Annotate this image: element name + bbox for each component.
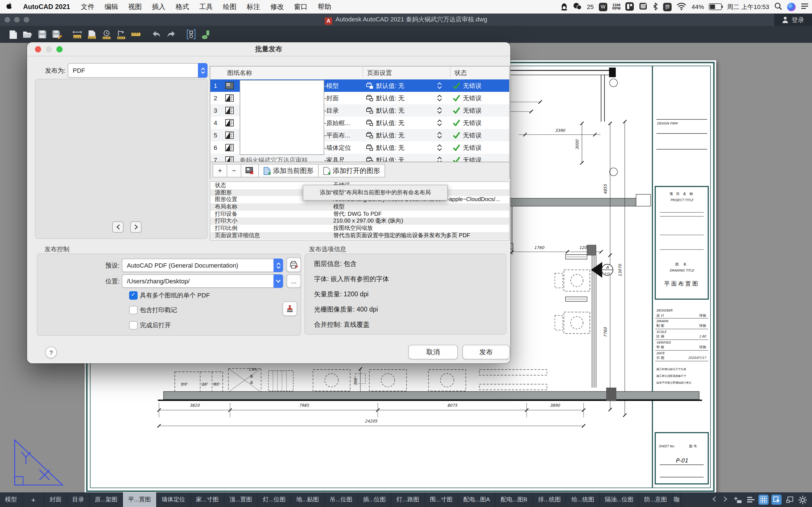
remove-sheet-button[interactable]: − [227,164,241,177]
stepper-icon[interactable] [437,82,442,89]
preset-select[interactable]: AutoCAD PDF (General Documentation) [122,259,283,272]
tab-model[interactable]: 模型 [0,492,22,507]
layout-list-icon[interactable] [746,495,756,505]
location-select[interactable]: /Users/zhang/Desktop/ [122,274,283,288]
wps-icon[interactable]: W [599,3,607,11]
wifi-icon[interactable] [677,3,687,11]
layout-tab-active[interactable]: 平...置图 [123,492,157,507]
menu-clock[interactable]: 周二 上午10:53 [727,3,769,11]
window-split-icon[interactable] [626,2,634,11]
input-method-icon[interactable]: 拼 [663,3,672,11]
sidecar-icon[interactable] [639,2,648,11]
wechat-icon[interactable] [573,2,581,11]
siri-icon[interactable] [787,3,796,11]
selection-cycling-button[interactable] [184,27,199,41]
page-setup-value[interactable]: 默认值: 无 [376,129,404,142]
stepper-icon[interactable] [437,144,442,151]
add-open-drawings-button[interactable]: 添加打开的图形 [319,164,385,177]
grid-display-icon[interactable] [758,495,769,505]
page-setup-value[interactable]: 默认值: 无 [376,104,404,117]
layout-tab[interactable]: 配电...图A [458,492,496,507]
page-setup-value[interactable]: 默认值: 无 [376,154,404,162]
menu-format[interactable]: 格式 [170,2,194,11]
layout-tab[interactable]: 原...架图 [90,492,123,507]
battery-icon[interactable] [709,3,722,10]
preview-prev-button[interactable] [112,221,123,233]
layout-tab[interactable]: 封面 [45,492,67,507]
qq-icon[interactable] [560,2,567,11]
menu-edit[interactable]: 编辑 [100,2,123,11]
gear-icon[interactable] [797,495,808,505]
ruler-button[interactable] [129,27,143,41]
layout-tab[interactable]: 顶...置图 [224,492,258,507]
menu-tools[interactable]: 工具 [194,2,218,11]
multi-pdf-label[interactable]: 具有多个图纸的单个 PDF [140,291,210,300]
new-file-button[interactable] [6,27,20,41]
open-when-done-label[interactable]: 完成后打开 [140,321,171,330]
stepper-icon[interactable] [437,157,442,162]
page-setup-value[interactable]: 默认值: 无 [376,117,404,129]
add-sheet-button[interactable]: + [213,164,227,177]
notification-center-icon[interactable] [801,3,809,11]
plot-stamp-checkbox[interactable] [129,306,138,314]
page-setup-value[interactable]: 默认值: 无 [376,79,404,92]
stepper-icon[interactable] [437,132,442,138]
remove-all-sheets-button[interactable] [241,164,259,177]
selection-cursor-icon[interactable] [771,495,781,505]
save-as-button[interactable] [50,27,64,41]
layout-tab[interactable]: 防...意图 [639,492,673,507]
plot-stamp-label[interactable]: 包含打印戳记 [140,306,177,314]
dim-time-button[interactable] [99,27,114,41]
col-page-setup[interactable]: 页面设置 [367,66,392,79]
menu-app-name[interactable]: AutoCAD 2021 [17,3,76,11]
fan-rpm-indicator[interactable]: 1168RPM [612,3,620,10]
save-button[interactable] [35,27,50,41]
dim-linear-button[interactable] [70,27,85,41]
page-setup-value[interactable]: 默认值: 无 [376,92,404,104]
layout-tab[interactable]: 灯...路图 [391,492,425,507]
layout-tab[interactable]: 家...寸图 [191,492,224,507]
sheet-row[interactable]: 7 秦妈火锅武穴万达店审核 -家具尺 默认值: 无 无错误 [210,154,509,162]
stamp-settings-button[interactable] [283,301,297,316]
plotter-config-button[interactable] [287,258,301,272]
paper-space-icon[interactable] [784,495,795,505]
login-button[interactable]: 登录 [774,13,812,26]
layout-tab[interactable]: 吊...位图 [324,492,358,507]
redo-button[interactable] [163,27,178,41]
open-when-done-checkbox[interactable] [129,321,138,330]
open-file-button[interactable] [20,27,35,41]
layout-tab[interactable]: 排...统图 [533,492,566,507]
publish-button[interactable]: 发布 [462,345,510,359]
menu-view[interactable]: 视图 [123,2,147,11]
spotlight-icon[interactable] [774,2,782,11]
tabs-scroll-left-icon[interactable] [710,496,718,504]
menu-modify[interactable]: 修改 [265,2,289,11]
layout-tab[interactable]: 配电...图B [496,492,533,507]
undo-button[interactable] [149,27,163,41]
join-button[interactable] [199,27,213,41]
browse-location-button[interactable]: ... [287,274,301,288]
menu-draw[interactable]: 绘图 [218,2,242,11]
menu-insert[interactable]: 插入 [147,2,170,11]
layout-tab[interactable]: 目录 [67,492,90,507]
col-sheet-name[interactable]: 图纸名称 [227,66,252,79]
layout-tab[interactable]: 灯...位图 [258,492,291,507]
dialog-minimize-button[interactable] [46,46,52,52]
bluetooth-icon[interactable] [653,2,658,11]
menu-file[interactable]: 文件 [76,2,100,11]
cancel-button[interactable]: 取消 [408,345,458,359]
dim-style-button[interactable] [85,27,99,41]
menu-help[interactable]: 帮助 [313,2,336,11]
dialog-close-button[interactable] [35,46,41,52]
layout-tab[interactable]: 隔油...位图 [600,492,639,507]
col-status[interactable]: 状态 [455,66,467,79]
new-layout-icon[interactable] [732,495,743,505]
sheet-name-edit-field[interactable] [240,80,324,155]
tabs-scroll-right-icon[interactable] [721,496,730,504]
dialog-zoom-button[interactable] [56,46,63,52]
publish-to-select[interactable]: PDF [68,63,207,78]
menu-dimension[interactable]: 标注 [242,2,265,11]
add-current-drawing-button[interactable]: 添加当前图形 [259,164,319,177]
stepper-icon[interactable] [437,107,442,114]
help-button[interactable]: ? [45,346,57,358]
